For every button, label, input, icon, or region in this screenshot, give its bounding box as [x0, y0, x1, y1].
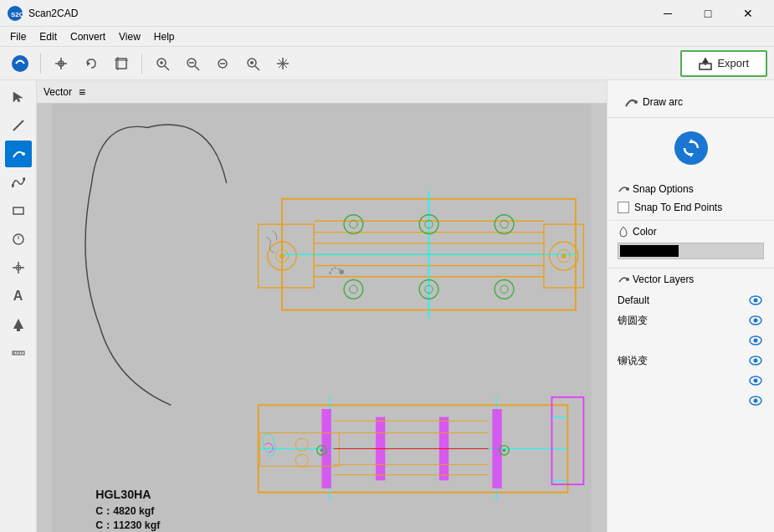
canvas-tab-label: Vector: [44, 86, 72, 98]
spline-tool[interactable]: [5, 169, 32, 196]
canvas-area: Vector ≡: [37, 80, 607, 532]
draw-arc-label: Draw arc: [643, 96, 683, 108]
export-button[interactable]: Export: [680, 50, 767, 77]
layer-5: [618, 391, 764, 411]
fill-tool[interactable]: [5, 311, 32, 338]
svg-rect-39: [17, 329, 20, 331]
zoom-out-button[interactable]: [179, 50, 206, 77]
menu-file[interactable]: File: [3, 29, 33, 44]
rotate-button[interactable]: [269, 50, 296, 77]
layer-1-eye[interactable]: [747, 312, 764, 329]
menu-convert[interactable]: Convert: [64, 29, 112, 44]
color-bar-background[interactable]: [618, 243, 764, 259]
layer-4-eye[interactable]: [747, 372, 764, 389]
svg-point-29: [22, 152, 25, 156]
color-bar-value: [620, 245, 679, 257]
color-picker-row: [618, 243, 764, 259]
layer-3-name: 铆说变: [618, 354, 747, 368]
maximize-button[interactable]: □: [689, 0, 727, 27]
crosshair-tool[interactable]: [5, 254, 32, 281]
menu-view[interactable]: View: [112, 29, 147, 44]
main-content: A Vector ≡: [0, 80, 774, 532]
scan2cad-icon: [11, 54, 29, 73]
color-label: Color: [633, 226, 657, 238]
svg-text:HGL30HA: HGL30HA: [95, 488, 151, 501]
canvas-tab-menu[interactable]: ≡: [79, 85, 85, 99]
titlebar-left: S2C Scan2CAD: [7, 5, 78, 22]
measure-tool[interactable]: [5, 340, 32, 366]
cad-drawing: HGL30HA C：4820 kgf C：11230 kgf: [37, 104, 607, 532]
layer-3-eye[interactable]: [747, 352, 764, 369]
svg-point-101: [339, 269, 344, 274]
eye-icon-5: [749, 374, 762, 387]
svg-line-28: [13, 120, 23, 130]
fit-button[interactable]: [209, 50, 236, 77]
svg-line-9: [165, 66, 169, 70]
svg-point-2: [12, 55, 28, 72]
layer-5-eye[interactable]: [747, 392, 764, 409]
crop-button[interactable]: [108, 50, 135, 77]
layer-1-name: 镑圆变: [618, 314, 747, 328]
vector-layers-title: Vector Layers: [618, 274, 764, 285]
crop-icon: [114, 56, 129, 71]
line-tool[interactable]: [5, 112, 32, 139]
draw-arc-icon: [624, 95, 638, 109]
color-title: Color: [618, 226, 764, 238]
right-sidebar: Draw arc Snap Options: [607, 80, 774, 532]
crosshair-icon: [12, 261, 25, 274]
eye-icon-6: [749, 394, 762, 407]
svg-marker-38: [13, 319, 23, 329]
toolbar: Export: [0, 47, 774, 80]
svg-point-18: [250, 61, 254, 64]
zoom-in-icon: [155, 56, 170, 71]
line-icon: [12, 119, 25, 132]
rect-icon: [12, 204, 25, 217]
layer-default-name: Default: [618, 294, 747, 306]
snap-to-end-points-label: Snap To End Points: [634, 202, 722, 213]
snap-button[interactable]: [48, 50, 74, 77]
text-tool[interactable]: A: [5, 283, 32, 309]
svg-point-105: [626, 187, 629, 191]
select-tool[interactable]: [5, 84, 32, 110]
svg-point-30: [12, 184, 14, 187]
layer-default: Default: [618, 290, 764, 310]
svg-rect-32: [13, 207, 23, 214]
measure-icon: [12, 346, 25, 360]
undo-button[interactable]: [78, 50, 105, 77]
snap-icon-container: [607, 118, 774, 178]
fit-icon: [215, 56, 230, 71]
titlebar: S2C Scan2CAD ─ □ ✕: [0, 0, 774, 27]
svg-point-118: [754, 399, 758, 403]
home-button[interactable]: [7, 50, 33, 77]
zoom-actual-button[interactable]: [239, 50, 266, 77]
layer-2-eye[interactable]: [747, 332, 764, 349]
svg-point-58: [279, 253, 284, 258]
draw-arc-button[interactable]: Draw arc: [618, 92, 764, 112]
layer-default-eye[interactable]: [747, 292, 764, 309]
close-button[interactable]: ✕: [729, 0, 767, 27]
eye-icon: [749, 294, 762, 307]
svg-marker-4: [87, 61, 90, 66]
minimize-button[interactable]: ─: [648, 0, 687, 27]
eye-icon-2: [749, 314, 762, 327]
menu-edit[interactable]: Edit: [33, 29, 64, 44]
snap-options-label: Snap Options: [633, 183, 694, 195]
svg-point-92: [320, 448, 324, 452]
snap-checkbox[interactable]: [618, 202, 629, 213]
svg-point-62: [561, 253, 566, 258]
layer-2: [618, 330, 764, 350]
arc-tool[interactable]: [5, 141, 32, 167]
canvas-content[interactable]: HGL30HA C：4820 kgf C：11230 kgf: [37, 104, 607, 532]
zoom-in-button[interactable]: [149, 50, 176, 77]
menu-help[interactable]: Help: [147, 29, 182, 44]
undo-icon: [84, 56, 99, 71]
canvas-tab: Vector ≡: [37, 80, 607, 104]
snap-to-end-points-row[interactable]: Snap To End Points: [618, 200, 764, 215]
rect-tool[interactable]: [5, 197, 32, 224]
svg-point-94: [503, 448, 506, 452]
export-icon: [699, 57, 712, 70]
circle-tool[interactable]: [5, 226, 32, 253]
svg-point-116: [754, 379, 758, 383]
zoom-actual-icon: [245, 56, 260, 71]
separator-1: [40, 54, 41, 74]
